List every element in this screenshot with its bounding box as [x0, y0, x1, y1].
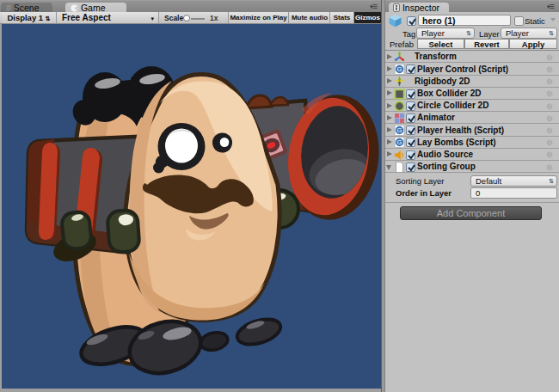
svg-text:G: G — [396, 126, 402, 134]
svg-text:G: G — [396, 138, 402, 146]
svg-text:G: G — [396, 65, 402, 73]
